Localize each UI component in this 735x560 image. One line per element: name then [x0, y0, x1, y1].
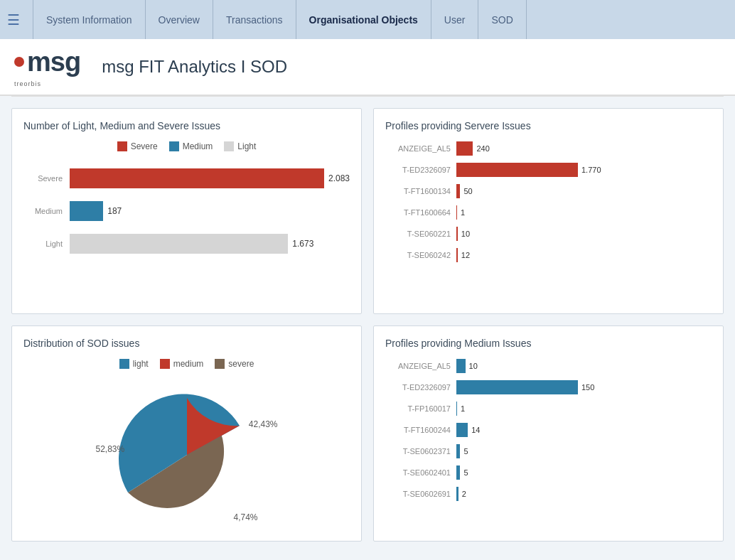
profile-value: 50: [463, 187, 472, 195]
profile-label: T-ED2326097: [385, 383, 456, 392]
legend-light-label: Light: [237, 141, 256, 151]
bar: 1.673: [70, 234, 350, 254]
profile-bar-fill: [456, 423, 468, 437]
chart2-profile-row: T-ED2326097 1.770: [385, 163, 712, 177]
profile-bar-fill: [456, 444, 460, 458]
profile-bar-wrap: 1.770: [456, 163, 712, 177]
profile-bar-wrap: 50: [456, 184, 712, 198]
profile-bar-wrap: 5: [456, 465, 712, 480]
pie-label-52: 52,83%: [96, 444, 125, 454]
profile-label: T-FP160017: [385, 404, 456, 413]
profile-value: 1.770: [581, 166, 601, 174]
chart4-bars: ANZEIGE_AL5 10 T-ED2326097 150 T-FP16001…: [385, 359, 712, 501]
profile-bar-fill: [456, 402, 457, 416]
legend-light-pie: light: [119, 359, 149, 369]
logo-subtitle: treorbis: [14, 80, 80, 87]
chart4-profile-row: ANZEIGE_AL5 10: [385, 359, 712, 373]
profile-bar-wrap: 5: [456, 444, 712, 458]
profile-value: 5: [463, 468, 468, 477]
nav-item-system-information[interactable]: System Information: [33, 0, 146, 39]
profile-value: 150: [581, 383, 594, 392]
navigation-bar: ☰ System Information Overview Transactio…: [0, 0, 735, 39]
chart1-legend: Severe Medium Light: [23, 141, 350, 151]
profile-bar-wrap: 10: [456, 359, 712, 373]
nav-item-user[interactable]: User: [431, 0, 479, 39]
logo: msg treorbis: [14, 47, 80, 87]
legend-severe: Severe: [117, 141, 158, 151]
profile-label: T-SE0602401: [385, 468, 456, 477]
chart-profiles-severe: Profiles providing Servere Issues ANZEIG…: [373, 108, 724, 314]
profile-label: T-FT1600244: [385, 426, 456, 434]
bar-wrap: 187: [70, 201, 350, 221]
bar: 2.083: [70, 168, 350, 188]
profile-label: T-SE0602691: [385, 490, 456, 498]
profile-value: 1: [461, 404, 465, 413]
profile-label: T-SE060242: [385, 251, 456, 259]
profile-bar-fill: [456, 141, 473, 156]
chart-sod-distribution: Distribution of SOD issues light medium …: [11, 325, 362, 542]
bar-fill: [70, 234, 288, 254]
chart1-title: Number of Light, Medium and Severe Issue…: [23, 120, 350, 131]
profile-bar-fill: [456, 184, 460, 198]
chart4-profile-row: T-FT1600244 14: [385, 423, 712, 437]
nav-item-sod[interactable]: SOD: [478, 0, 526, 39]
chart2-title: Profiles providing Servere Issues: [385, 120, 712, 131]
profile-value: 14: [471, 426, 480, 434]
profile-bar-wrap: 1: [456, 205, 712, 220]
bar-wrap: 2.083: [70, 168, 350, 188]
chart3-legend: light medium severe: [119, 359, 254, 369]
pie-section: light medium severe: [23, 359, 350, 529]
bar-wrap: 1.673: [70, 234, 350, 254]
pie-chart-svg: [95, 380, 279, 529]
legend-medium-label: Medium: [183, 141, 213, 151]
chart2-profile-row: T-FT1600664 1: [385, 205, 712, 220]
pie-label-42: 42,43%: [249, 419, 278, 429]
chart2-profile-row: T-SE060221 10: [385, 227, 712, 241]
profile-bar-fill: [456, 359, 466, 373]
profile-bar-wrap: 240: [456, 141, 712, 156]
bar-value: 2.083: [328, 173, 350, 183]
chart1-bar-row: Light 1.673: [23, 234, 350, 254]
profile-bar-wrap: 150: [456, 380, 712, 394]
profile-label: T-ED2326097: [385, 166, 456, 174]
medium-color-box: [169, 141, 179, 151]
logo-dot: [14, 57, 24, 67]
pie-chart-container: 52,83% 42,43% 4,74%: [95, 380, 279, 529]
legend-medium: Medium: [169, 141, 213, 151]
profile-bar-fill: [456, 163, 578, 177]
profile-label: T-FT1600134: [385, 187, 456, 195]
profile-value: 10: [469, 362, 478, 370]
chart-profiles-medium: Profiles providing Medium Issues ANZEIGE…: [373, 325, 724, 542]
chart2-profile-row: ANZEIGE_AL5 240: [385, 141, 712, 156]
chart4-profile-row: T-SE0602691 2: [385, 487, 712, 501]
profile-bar-fill: [456, 227, 458, 241]
nav-item-transactions[interactable]: Transactions: [213, 0, 296, 39]
chart1-bar-row: Medium 187: [23, 201, 350, 221]
legend-severe-label: Severe: [131, 141, 158, 151]
chart4-title: Profiles providing Medium Issues: [385, 338, 712, 349]
profile-label: ANZEIGE_AL5: [385, 144, 456, 153]
bar-label: Severe: [23, 174, 70, 183]
profile-value: 10: [461, 230, 470, 238]
chart-issues-count: Number of Light, Medium and Severe Issue…: [11, 108, 362, 314]
severe-color-box: [117, 141, 127, 151]
nav-item-organisational-objects[interactable]: Organisational Objects: [296, 0, 431, 39]
app-title: msg FIT Analytics I SOD: [102, 57, 287, 77]
legend-light-pie-label: light: [133, 359, 149, 369]
menu-icon[interactable]: ☰: [7, 11, 20, 28]
nav-item-overview[interactable]: Overview: [146, 0, 213, 39]
logo-text: msg: [27, 47, 80, 77]
bar-label: Medium: [23, 207, 70, 215]
bar-fill: [70, 168, 324, 188]
chart3-title: Distribution of SOD issues: [23, 338, 350, 349]
profile-bar-wrap: 14: [456, 423, 712, 437]
profile-bar-wrap: 1: [456, 402, 712, 416]
bar-fill: [70, 201, 103, 221]
main-content: Number of Light, Medium and Severe Issue…: [0, 97, 735, 553]
profile-bar-fill: [456, 205, 457, 220]
chart1-bar-row: Severe 2.083: [23, 168, 350, 188]
profile-bar-wrap: 2: [456, 487, 712, 501]
legend-light: Light: [224, 141, 256, 151]
profile-label: T-SE0602371: [385, 447, 456, 456]
light-color-box: [224, 141, 234, 151]
